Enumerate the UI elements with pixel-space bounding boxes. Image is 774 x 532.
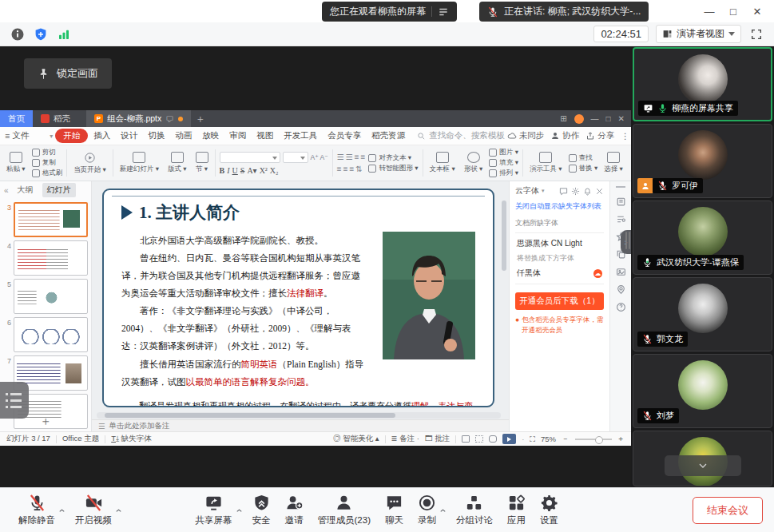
slide-thumbnail-3[interactable]: 3 [0, 200, 91, 239]
toolbar-breakout-button[interactable]: 分组讨论 [449, 494, 500, 526]
tab-slides[interactable]: 幻灯片 [42, 183, 76, 197]
minimize-icon[interactable]: — [697, 0, 721, 22]
vertical-scrollbar[interactable] [502, 200, 506, 271]
notes-toggle[interactable]: ≣ 备注 · [391, 434, 419, 444]
network-signal-icon[interactable] [56, 26, 72, 42]
sidebar-drag-handle[interactable] [625, 232, 630, 249]
ribbon-tab-6[interactable]: 审阅 [224, 129, 251, 143]
collab-button[interactable]: 协作 [550, 130, 579, 141]
copy-button[interactable]: 复制 [32, 158, 63, 168]
toolbar-mic-muted-button[interactable]: 解除静音 [11, 494, 62, 526]
sync-status[interactable]: 未同步 [507, 130, 545, 141]
strip-handle[interactable] [616, 186, 625, 188]
ribbon-tab-0[interactable]: 开始 [55, 129, 88, 143]
smartart-button[interactable]: 转智能图形 ▾ [368, 164, 418, 173]
horizontal-scrollbar[interactable] [97, 412, 501, 419]
more-menu-icon[interactable]: ⋮ [621, 131, 629, 141]
zoom-in-button[interactable]: ＋ [617, 434, 625, 444]
toolbar-invite-button[interactable]: 邀请 [278, 494, 311, 526]
fit-window-icon[interactable]: ⛶ [530, 435, 535, 444]
theme-name[interactable]: Office 主题 [62, 434, 99, 444]
participant-tile-0[interactable]: 柳燕的屏幕共享 [633, 47, 772, 121]
watching-banner[interactable]: 您正在观看柳燕的屏幕 [322, 2, 457, 22]
italic-button[interactable]: I [227, 166, 229, 175]
smart-beautify-button[interactable]: ◎ 智能美化 ▴ [333, 434, 379, 444]
collapse-panel-icon[interactable]: « [4, 186, 9, 195]
slide-layout-button[interactable]: 版式 ▾ [165, 152, 189, 174]
maximize-icon[interactable]: □ [721, 0, 745, 22]
align-center-icon[interactable]: ≡ [343, 165, 347, 173]
toolbar-member-button[interactable]: 管理成员(23) [311, 494, 378, 526]
arrange-button[interactable]: 排列 ▾ [489, 169, 518, 178]
caret-up-icon[interactable] [58, 505, 66, 515]
replace-button[interactable]: 替换 ▾ [569, 164, 598, 173]
sorter-view-icon[interactable] [475, 435, 483, 443]
feedback-icon[interactable] [559, 187, 568, 196]
toolbar-cam-muted-button[interactable]: 开启视频 [68, 494, 119, 526]
command-search[interactable]: 查找命令、搜索模板 [417, 130, 505, 141]
gear-icon[interactable] [571, 187, 580, 196]
line-spacing-icon[interactable]: ⇅ [355, 165, 361, 173]
participant-tile-1[interactable]: 罗可伊 [633, 124, 772, 198]
ribbon-tab-7[interactable]: 视图 [252, 129, 278, 143]
wps-maximize-icon[interactable]: □ [606, 114, 611, 123]
underline-button[interactable]: U [232, 166, 238, 175]
ribbon-tab-5[interactable]: 放映 [197, 129, 224, 143]
close-panel-icon[interactable] [595, 187, 604, 196]
shape-button[interactable]: 形状 ▾ [462, 152, 486, 174]
tab-outline[interactable]: 大纲 [13, 183, 38, 197]
grid-icon[interactable]: ⊞ [560, 114, 566, 123]
font-family-combo[interactable] [220, 152, 280, 163]
toolbar-apps-button[interactable]: 应用 [500, 494, 533, 526]
fullscreen-icon[interactable] [748, 26, 764, 42]
slideshow-play-button[interactable] [502, 434, 516, 444]
number-list-icon[interactable]: ☰ [346, 153, 352, 161]
slide-thumbnail-5[interactable]: 5 [0, 277, 91, 316]
security-shield-icon[interactable] [33, 26, 49, 42]
info-icon[interactable] [10, 26, 26, 42]
play-from-page-button[interactable]: 当页开始 ▾ [71, 152, 109, 175]
caret-up-icon[interactable] [235, 505, 244, 515]
slide-thumbnail-4[interactable]: 4 [0, 239, 91, 277]
section-button[interactable]: 节 ▾ [193, 152, 211, 174]
align-left-icon[interactable]: ≡ [337, 165, 341, 173]
zoom-out-button[interactable]: － [562, 434, 570, 444]
location-icon[interactable] [616, 284, 626, 295]
wps-tab-docer[interactable]: 稻壳 [33, 110, 78, 127]
participant-tile-3[interactable]: 郭文龙 [633, 277, 772, 351]
ribbon-tab-1[interactable]: 插入 [89, 129, 115, 143]
font-size-combo[interactable] [283, 152, 308, 163]
list-icon[interactable] [438, 6, 449, 18]
scroll-more-button[interactable] [665, 455, 741, 476]
close-icon[interactable]: ✕ [745, 0, 769, 22]
missing-font-item[interactable]: 思源黑体 CN Light 将替换成下方字体 仟黑体 ☁ [515, 232, 604, 284]
toolbar-shield-button[interactable]: 安全 [245, 494, 278, 526]
new-slide-button[interactable]: 新建幻灯片 ▾ [117, 152, 161, 174]
subscript-button[interactable]: X₂ [270, 166, 279, 175]
notes-bar[interactable]: ☰ 单击此处添加备注 [92, 419, 509, 431]
share-button[interactable]: 分享 [585, 130, 614, 141]
paste-button[interactable]: 粘贴 ▾ [4, 152, 28, 174]
caret-up-icon[interactable] [114, 505, 123, 515]
ribbon-tab-8[interactable]: 开发工具 [279, 129, 322, 143]
ribbon-tab-3[interactable]: 切换 [143, 129, 169, 143]
outdent-icon[interactable]: ≡ [361, 153, 365, 161]
ribbon-tab-2[interactable]: 设计 [116, 129, 142, 143]
close-auto-show-link[interactable]: 关闭自动显示缺失字体列表 [515, 201, 604, 212]
help-icon[interactable] [616, 302, 626, 312]
align-text-button[interactable]: 对齐文本 ▾ [368, 153, 418, 163]
lock-view-button[interactable]: 锁定画面 [24, 58, 112, 89]
floating-list-widget[interactable] [0, 382, 29, 419]
end-meeting-button[interactable]: 结束会议 [693, 497, 763, 524]
slide-canvas[interactable]: 1. 主讲人简介 北京外国语大学高级翻译学院副院长、教授。曾在纽约、日内瓦、曼谷… [92, 181, 509, 431]
animation-icon[interactable] [616, 214, 626, 224]
bell-icon[interactable] [583, 187, 592, 196]
picture-button[interactable]: 图片 ▾ [489, 148, 518, 157]
bullet-list-icon[interactable]: ☰ [337, 153, 343, 161]
toolbar-chat-button[interactable]: 聊天 [378, 494, 411, 526]
toolbar-gear-button[interactable]: 设置 [533, 494, 566, 526]
participant-tile-5[interactable] [633, 431, 772, 486]
new-tab-button[interactable]: ＋ [191, 110, 210, 127]
format-painter-button[interactable]: 格式刷 [32, 169, 63, 178]
cut-button[interactable]: 剪切 [32, 148, 63, 157]
